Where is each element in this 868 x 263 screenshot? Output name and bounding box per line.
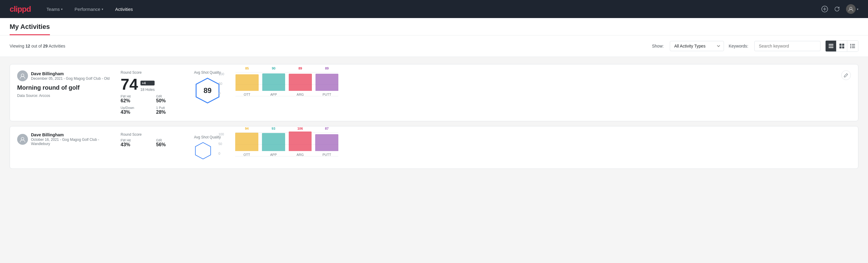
activity-title: Morning round of golf (17, 84, 114, 91)
chevron-down-icon: ▾ (61, 7, 63, 11)
bar-value: 93 (272, 127, 275, 130)
data-source: Data Source: Arccos (17, 94, 114, 98)
svg-rect-9 (839, 46, 841, 49)
bar-putt: 87 PUTT (315, 127, 338, 156)
show-label: Show: (652, 43, 664, 49)
avatar (17, 70, 28, 81)
stat-grid: FW Hit 62% GIR 50% Up/Down 43% 1 Putt 28… (121, 94, 187, 115)
stat-fw-hit: FW Hit 62% (121, 94, 151, 104)
hexagon-icon (194, 142, 212, 160)
bar-value: 94 (245, 127, 248, 130)
bar-label: PUTT (322, 153, 331, 156)
hexagon-container: 89 (194, 77, 221, 104)
bar-arg: 89 ARG (289, 66, 312, 96)
score-badge-group: +4 18 Holes (141, 81, 155, 92)
page-header: My Activities (0, 18, 868, 35)
svg-rect-7 (839, 43, 841, 46)
view-list-compact-button[interactable] (826, 40, 836, 52)
bar-app: 93 APP (262, 127, 285, 156)
user-info: Dave Billingham October 16, 2021 - Gog M… (31, 133, 114, 146)
round-score-label: Round Score (121, 70, 187, 75)
nav-item-teams[interactable]: Teams ▾ (45, 4, 64, 14)
activity-type-filter[interactable]: All Activity Types (670, 41, 724, 51)
view-list-detail-button[interactable] (847, 40, 858, 52)
score-badge: +4 (141, 81, 155, 85)
user-menu[interactable]: ▾ (846, 4, 858, 14)
add-button[interactable] (822, 6, 828, 12)
filter-bar: Viewing 12 out of 29 Activities Show: Al… (0, 35, 868, 57)
bar-chart: 100 50 0 85 OTT (227, 72, 338, 102)
bar-label: OTT (244, 153, 250, 156)
bar-value: 85 (245, 66, 249, 70)
svg-rect-6 (829, 47, 833, 48)
svg-rect-16 (852, 48, 855, 48)
chart-bars: 94 OTT 93 APP 106 (235, 133, 338, 163)
round-score-section: Round Score FW Hit 43% GIR 56% (121, 133, 187, 147)
svg-point-19 (21, 137, 24, 140)
refresh-button[interactable] (834, 6, 840, 12)
user-date: December 05, 2021 - Gog Magog Golf Club … (31, 77, 110, 81)
page-title: My Activities (10, 23, 50, 35)
avatar (846, 4, 856, 14)
activity-card: Dave Billingham December 05, 2021 - Gog … (10, 64, 858, 121)
stat-updown: Up/Down 43% (121, 106, 151, 115)
nav-item-performance[interactable]: Performance ▾ (73, 4, 104, 14)
bar-fill (236, 74, 259, 91)
navigation: clippd Teams ▾ Performance ▾ Activities (0, 0, 868, 18)
quality-block: Avg Shot Quality (194, 135, 221, 160)
score-value: 74 (121, 77, 138, 92)
user-name: Dave Billingham (31, 71, 110, 76)
hexagon-container (194, 142, 212, 160)
bar-ott: 94 OTT (235, 127, 258, 156)
bar-fill (289, 132, 312, 151)
svg-point-17 (21, 74, 24, 77)
bar-ott: 85 OTT (236, 66, 259, 96)
view-grid-button[interactable] (836, 40, 847, 52)
svg-marker-20 (195, 143, 211, 159)
round-score-label: Round Score (121, 133, 187, 137)
bar-fill (315, 74, 339, 91)
bar-putt: 89 PUTT (315, 66, 339, 96)
avatar (17, 134, 28, 145)
bar-chart: 100 50 0 94 OTT (227, 133, 338, 163)
chevron-down-icon: ▾ (102, 7, 103, 11)
stat-gir: GIR 56% (156, 139, 187, 147)
svg-rect-10 (842, 46, 844, 49)
bar-label: OTT (244, 93, 250, 96)
svg-rect-4 (829, 44, 833, 45)
avg-shot-quality-section: Avg Shot Quality 89 100 50 0 (194, 70, 338, 104)
svg-rect-14 (852, 46, 855, 46)
chevron-down-icon: ▾ (857, 7, 858, 11)
bar-value: 87 (325, 127, 329, 130)
bar-value: 90 (272, 66, 276, 70)
edit-button[interactable] (841, 70, 851, 80)
nav-icons: ▾ (822, 4, 858, 14)
svg-rect-11 (850, 44, 851, 45)
stat-fw-hit: FW Hit 43% (121, 139, 151, 147)
avg-shot-quality-section: Avg Shot Quality 100 50 0 (194, 133, 338, 163)
search-input[interactable] (754, 41, 820, 51)
bar-fill (315, 134, 338, 151)
bar-label: PUTT (322, 93, 331, 96)
activity-card: Dave Billingham October 16, 2021 - Gog M… (10, 126, 858, 169)
viewing-text: Viewing 12 out of 29 Activities (10, 43, 65, 49)
stat-1putt: 1 Putt 28% (156, 106, 187, 115)
bar-label: ARG (297, 93, 304, 96)
stat-gir: GIR 50% (156, 94, 187, 104)
card-info: Dave Billingham October 16, 2021 - Gog M… (17, 133, 114, 147)
logo[interactable]: clippd (10, 4, 31, 14)
bar-label: ARG (297, 153, 304, 156)
quality-block: Avg Shot Quality 89 (194, 70, 221, 104)
user-row: Dave Billingham December 05, 2021 - Gog … (17, 70, 114, 81)
chart-bars: 85 OTT 90 APP (236, 72, 338, 102)
bar-label: APP (270, 93, 277, 96)
user-info: Dave Billingham December 05, 2021 - Gog … (31, 71, 110, 81)
nav-item-activities[interactable]: Activities (114, 4, 134, 14)
user-name: Dave Billingham (31, 133, 114, 137)
bar-label: APP (270, 153, 277, 156)
svg-rect-15 (850, 47, 851, 48)
bar-value: 106 (298, 127, 303, 130)
svg-rect-12 (852, 44, 855, 45)
quality-label: Avg Shot Quality (194, 135, 221, 139)
svg-rect-5 (829, 46, 833, 47)
